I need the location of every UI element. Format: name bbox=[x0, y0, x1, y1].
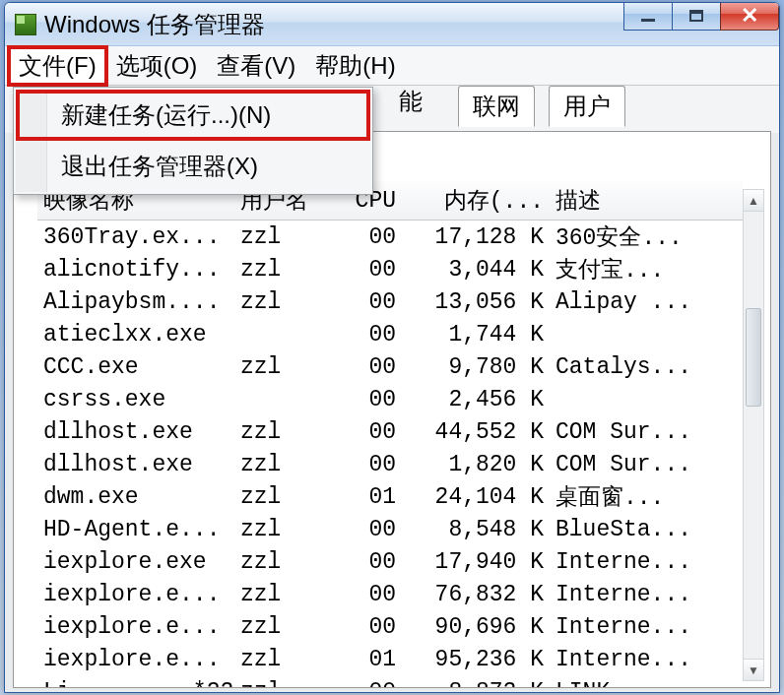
cell-mem: 44,552 K bbox=[402, 417, 550, 447]
cell-cpu: 00 bbox=[333, 612, 402, 642]
cell-mem: 1,744 K bbox=[402, 320, 550, 349]
table-row[interactable]: dllhost.exezzl001,820 KCOM Sur... bbox=[37, 448, 743, 480]
table-row[interactable]: iexplore.e...zzl0076,832 KInterne... bbox=[37, 578, 743, 610]
vertical-scrollbar[interactable]: ▲ ▼ bbox=[743, 189, 764, 681]
maximize-icon bbox=[689, 10, 703, 22]
cell-desc: LINK bbox=[550, 677, 743, 688]
window-title: Windows 任务管理器 bbox=[44, 9, 265, 40]
cell-name: alicnotify... bbox=[37, 255, 234, 284]
table-row[interactable]: dwm.exezzl0124,104 K桌面窗... bbox=[37, 480, 743, 513]
cell-user: zzl bbox=[234, 580, 333, 609]
table-row[interactable]: csrss.exe002,456 K bbox=[37, 383, 743, 415]
col-header-mem[interactable]: 内存(... bbox=[402, 183, 550, 218]
col-header-desc[interactable]: 描述 bbox=[550, 183, 743, 218]
cell-cpu: 00 bbox=[333, 417, 402, 447]
cell-desc: Interne... bbox=[550, 580, 743, 609]
cell-desc: BlueSta... bbox=[550, 515, 743, 544]
file-menu-dropdown: 新建任务(运行...)(N) 退出任务管理器(X) bbox=[13, 87, 373, 195]
cell-user: zzl bbox=[234, 547, 333, 577]
scroll-down-button[interactable]: ▼ bbox=[744, 659, 763, 680]
cell-name: csrss.exe bbox=[37, 385, 234, 414]
cell-user: zzl bbox=[234, 612, 333, 642]
close-button[interactable]: ✕ bbox=[720, 2, 779, 31]
cell-mem: 8,548 K bbox=[402, 515, 550, 544]
cell-desc: Interne... bbox=[550, 612, 743, 642]
cell-desc: Alipay ... bbox=[550, 287, 743, 317]
cell-cpu: 00 bbox=[333, 580, 402, 609]
table-row[interactable]: iexplore.e...zzl0195,236 KInterne... bbox=[37, 643, 743, 675]
cell-desc: COM Sur... bbox=[550, 450, 743, 479]
cell-desc bbox=[550, 398, 743, 402]
cell-name: iexplore.e... bbox=[37, 612, 234, 642]
cell-desc: COM Sur... bbox=[550, 417, 743, 447]
cell-name: 360Tray.ex... bbox=[37, 222, 234, 252]
cell-cpu: 00 bbox=[333, 515, 402, 544]
cell-mem: 95,236 K bbox=[402, 645, 550, 674]
cell-desc: 360安全... bbox=[550, 220, 743, 254]
table-row[interactable]: Li........ *32zzl008,872 KLINK bbox=[37, 675, 743, 687]
cell-user: zzl bbox=[234, 417, 333, 447]
table-row[interactable]: 360Tray.ex...zzl0017,128 K360安全... bbox=[37, 221, 743, 253]
desktop: Windows 任务管理器 ✕ 文件(F) 选项(O) 查看(V) 帮助(H) … bbox=[0, 0, 784, 695]
table-row[interactable]: Alipaybsm....zzl0013,056 KAlipay ... bbox=[37, 285, 743, 318]
cell-cpu: 01 bbox=[333, 482, 402, 512]
minimize-icon bbox=[641, 19, 655, 22]
cell-user bbox=[234, 333, 333, 337]
table-row[interactable]: alicnotify...zzl003,044 K支付宝... bbox=[37, 253, 743, 285]
cell-name: dllhost.exe bbox=[37, 417, 234, 447]
tab-users[interactable]: 用户 bbox=[549, 86, 625, 127]
cell-mem: 8,872 K bbox=[402, 677, 550, 688]
minimize-button[interactable] bbox=[623, 2, 673, 31]
table-row[interactable]: CCC.exezzl009,780 KCatalys... bbox=[37, 350, 743, 383]
cell-mem: 2,456 K bbox=[402, 385, 550, 414]
tab-performance-partial[interactable]: 能 bbox=[399, 86, 423, 117]
menu-item-new-task[interactable]: 新建任务(运行...)(N) bbox=[16, 90, 370, 141]
cell-cpu: 00 bbox=[333, 677, 402, 688]
table-row[interactable]: dllhost.exezzl0044,552 KCOM Sur... bbox=[37, 415, 743, 448]
menu-view[interactable]: 查看(V) bbox=[207, 47, 305, 85]
cell-mem: 24,104 K bbox=[402, 482, 550, 512]
tab-networking[interactable]: 联网 bbox=[458, 86, 535, 127]
titlebar[interactable]: Windows 任务管理器 ✕ bbox=[5, 3, 779, 46]
cell-user: zzl bbox=[234, 222, 333, 252]
cell-cpu: 00 bbox=[333, 352, 402, 382]
scroll-thumb[interactable] bbox=[746, 308, 761, 407]
cell-cpu: 00 bbox=[333, 385, 402, 414]
cell-cpu: 00 bbox=[333, 287, 402, 317]
cell-name: atieclxx.exe bbox=[37, 320, 234, 349]
cell-user: zzl bbox=[234, 450, 333, 479]
cell-cpu: 00 bbox=[333, 547, 402, 577]
cell-name: Alipaybsm.... bbox=[37, 287, 234, 317]
cell-desc: Interne... bbox=[550, 645, 743, 674]
table-row[interactable]: atieclxx.exe001,744 K bbox=[37, 318, 743, 350]
menubar: 文件(F) 选项(O) 查看(V) 帮助(H) bbox=[5, 46, 779, 86]
cell-cpu: 00 bbox=[333, 320, 402, 349]
cell-mem: 76,832 K bbox=[402, 580, 550, 609]
cell-mem: 17,940 K bbox=[402, 547, 550, 577]
cell-cpu: 00 bbox=[333, 255, 402, 284]
cell-mem: 3,044 K bbox=[402, 255, 550, 284]
cell-mem: 1,820 K bbox=[402, 450, 550, 479]
menu-options[interactable]: 选项(O) bbox=[106, 47, 208, 85]
cell-user: zzl bbox=[234, 482, 333, 512]
table-row[interactable]: iexplore.e...zzl0090,696 KInterne... bbox=[37, 610, 743, 643]
scroll-up-button[interactable]: ▲ bbox=[744, 190, 763, 212]
cell-mem: 90,696 K bbox=[402, 612, 550, 642]
cell-name: HD-Agent.e... bbox=[37, 515, 234, 544]
window-controls: ✕ bbox=[624, 2, 779, 31]
process-table: 映像名称 用户名 CPU 内存(... 描述 360Tray.ex...zzl0… bbox=[37, 181, 743, 687]
cell-name: dllhost.exe bbox=[37, 450, 234, 479]
cell-user: zzl bbox=[234, 515, 333, 544]
menu-file[interactable]: 文件(F) bbox=[9, 47, 106, 85]
table-row[interactable]: HD-Agent.e...zzl008,548 KBlueSta... bbox=[37, 513, 743, 545]
maximize-button[interactable] bbox=[672, 2, 721, 31]
cell-cpu: 00 bbox=[333, 222, 402, 252]
cell-name: iexplore.e... bbox=[37, 580, 234, 609]
menu-item-exit[interactable]: 退出任务管理器(X) bbox=[16, 141, 370, 192]
cell-desc: 桌面窗... bbox=[550, 479, 743, 514]
cell-mem: 9,780 K bbox=[402, 352, 550, 382]
cell-mem: 13,056 K bbox=[402, 287, 550, 317]
table-row[interactable]: iexplore.exezzl0017,940 KInterne... bbox=[37, 545, 743, 578]
menu-help[interactable]: 帮助(H) bbox=[305, 47, 405, 85]
cell-user: zzl bbox=[234, 352, 333, 382]
